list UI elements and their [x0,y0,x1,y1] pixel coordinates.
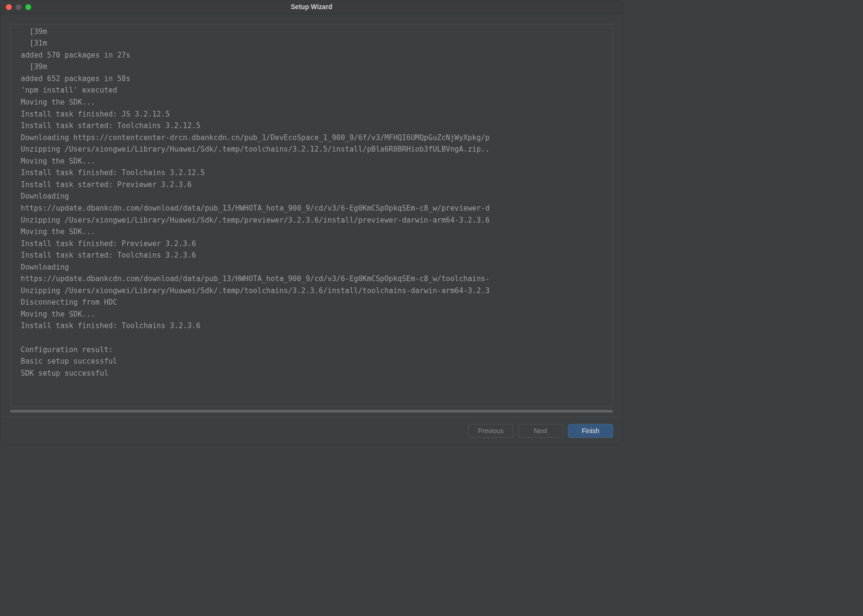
finish-button[interactable]: Finish [568,424,613,438]
log-output[interactable]: [39m [31m added 570 packages in 27s [39m… [10,24,613,407]
log-text: [39m [31m added 570 packages in 27s [39m… [11,25,613,379]
next-button[interactable]: Next [518,424,563,438]
previous-button[interactable]: Previous [468,424,513,438]
footer: Previous Next Finish [0,417,623,445]
close-icon[interactable] [6,4,12,10]
window-title: Setup Wizard [291,3,333,11]
window-controls [0,4,31,10]
maximize-icon[interactable] [25,4,31,10]
content-area: [39m [31m added 570 packages in 27s [39m… [0,14,623,417]
titlebar: Setup Wizard [0,0,623,14]
scrollbar-thumb[interactable] [10,410,613,413]
minimize-icon[interactable] [15,4,21,10]
horizontal-scrollbar[interactable] [10,410,613,413]
setup-wizard-window: Setup Wizard [39m [31m added 570 package… [0,0,623,445]
